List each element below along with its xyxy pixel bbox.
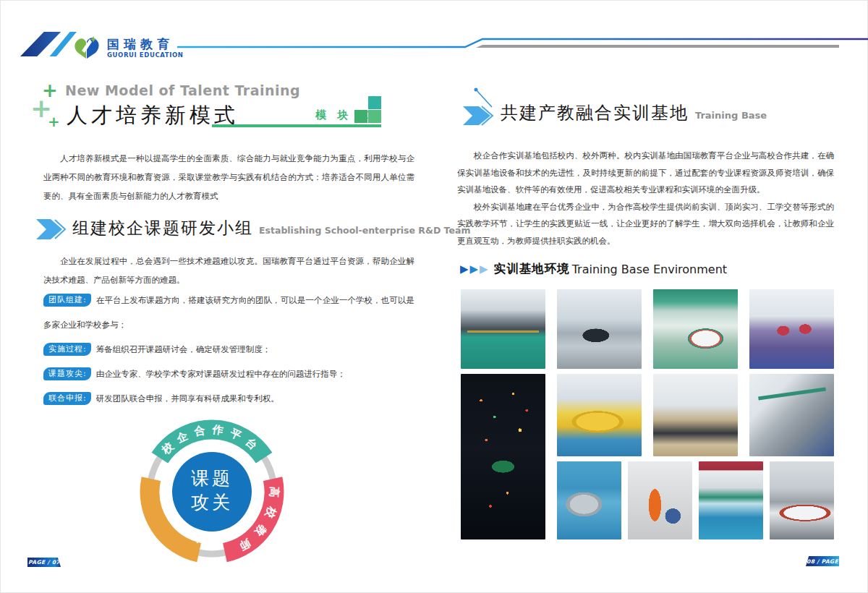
page-number-right: 08 / PAGE [806, 556, 839, 566]
item-badge: 实施过程: [43, 343, 91, 356]
item-text: 由企业专家、学校学术专家对课题研发过程中存在的问题进行指导； [96, 369, 346, 379]
page-number-left: PAGE / 07 [27, 558, 61, 567]
list-item: 课题攻尖:由企业专家、学校学术专家对课题研发过程中存在的问题进行指导； [43, 362, 414, 386]
gallery-heading-cn: 实训基地环境 [494, 261, 570, 277]
rd-platform-diagram: 校企合作平台 高校教师 企业工程师 课题 攻关 [127, 406, 297, 577]
item-text: 在平台上发布课题方向，搭建该研究方向的团队，可以是一个企业一个学校，也可以是多家… [43, 295, 414, 330]
title-squares-decor [354, 96, 381, 123]
section-header: 组建校企课题研发小组 Establishing School-enterpris… [72, 217, 470, 239]
gallery-heading-en: Training Base Environment [572, 263, 727, 276]
left-intro-paragraph: 人才培养新模式是一种以提高学生的全面素质、综合能力与就业竞争能力为重点，利用学校… [43, 149, 414, 205]
right-paragraphs: 校企合作实训基地包括校内、校外两种。校内实训基地由国瑞教育平台企业与高校合作共建… [457, 148, 834, 249]
triangle-icon: ▶ [480, 264, 488, 275]
item-text: 研发团队联合申报，并同享有科研成果和专利权。 [96, 393, 279, 404]
photo-auto-training-class [557, 289, 642, 369]
right-title-en: Training Base [695, 110, 767, 121]
photo-life-raft-training [557, 374, 642, 456]
diagram-center-line1: 课题 [191, 468, 233, 489]
photo-pool-raft-drill [557, 461, 621, 539]
photo-evacuation-slide [749, 374, 834, 456]
right-paragraph-1: 校企合作实训基地包括校内、校外两种。校内实训基地由国瑞教育平台企业与高校合作共建… [457, 148, 834, 199]
section-arrow-icon [36, 216, 69, 243]
photo-flight-simulator-panel [461, 374, 545, 539]
triangle-icon: ▶ [460, 264, 469, 275]
photo-gallery [461, 289, 834, 540]
plus-decor-3: + [48, 114, 60, 129]
item-badge: 团队组建: [43, 294, 91, 307]
right-title: 共建产教融合实训基地 Training Base [501, 101, 767, 124]
section-title-en: Establishing School-enterprise R&D Team [259, 225, 470, 236]
list-item: 团队组建:在平台上发布课题方向，搭建该研究方向的团队，可以是一个企业一个学校，也… [43, 288, 414, 337]
gallery-heading: ▶ ▶ ▶ 实训基地环境 Training Base Environment [460, 261, 727, 277]
photo-boat-hangar [653, 289, 738, 369]
list-item: 实施过程:筹备组织召开课题研讨会，确定研发管理制度； [43, 337, 414, 362]
brochure-spread: 国瑞教育 GUORUI EDUCATION + + + New Model of… [0, 0, 868, 593]
photo-auto-lift-workshop [461, 289, 545, 369]
section-intro-paragraph: 企业在发展过程中，总会遇到一些技术难题难以攻克。国瑞教育平台通过平台资源，帮助企… [43, 252, 414, 289]
section-item-list: 团队组建:在平台上发布课题方向，搭建该研究方向的团队，可以是一个企业一个学校，也… [43, 288, 414, 411]
photo-immersion-suit-drill [628, 461, 692, 539]
photo-fuselage-pool-trainer [699, 461, 763, 539]
diagram-center-line2: 攻关 [191, 492, 233, 513]
title-underline [212, 124, 381, 127]
right-title-cn: 共建产教融合实训基地 [501, 101, 689, 124]
item-badge: 联合申报: [43, 392, 91, 405]
photo-highspeed-train-model [770, 461, 834, 539]
photo-training-classroom [653, 374, 738, 456]
header-line [0, 29, 868, 58]
item-text: 筹备组织召开课题研讨会，确定研发管理制度； [96, 344, 271, 354]
right-paragraph-2: 校外实训基地建在平台优秀企业中，为合作高校学生提供岗前实训、顶岗实习、工学交替等… [457, 199, 834, 250]
section-title-cn: 组建校企课题研发小组 [72, 217, 253, 239]
photo-cabin-service-training [749, 289, 834, 369]
left-title-en: New Model of Talent Training [65, 82, 300, 98]
triangle-icon: ▶ [470, 264, 479, 275]
header-gray-line [476, 45, 839, 48]
item-badge: 课题攻尖: [43, 367, 91, 380]
